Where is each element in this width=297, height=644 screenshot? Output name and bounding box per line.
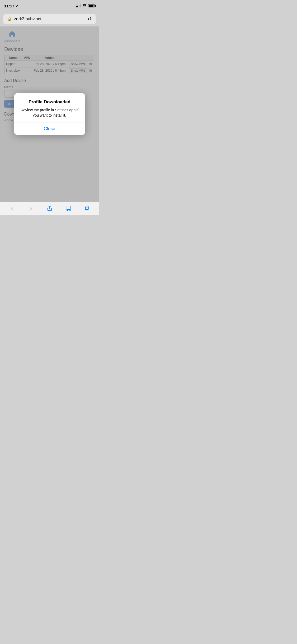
battery-fill <box>89 5 93 7</box>
clock: 11:17 <box>4 4 14 8</box>
back-icon <box>9 205 15 211</box>
status-time: 11:17 ↗ <box>4 4 18 8</box>
tabs-icon <box>84 205 90 211</box>
status-right-icons <box>76 4 95 8</box>
tabs-button[interactable] <box>81 203 93 214</box>
status-bar: 11:17 ↗ <box>0 0 99 12</box>
modal-close-button[interactable]: Close <box>14 122 85 135</box>
modal-dialog: Profile Downloaded Review the profile in… <box>14 93 85 135</box>
web-content: Dashboard Devices Name VPN Added flipper <box>0 26 99 202</box>
modal-message: Review the profile in Settings app if yo… <box>19 107 80 118</box>
url-bar[interactable]: 🔒 zork2.bubv.net ↺ <box>3 14 96 24</box>
modal-overlay: Profile Downloaded Review the profile in… <box>0 26 99 202</box>
forward-icon <box>28 205 34 211</box>
battery-icon <box>88 4 95 7</box>
modal-actions: Close <box>14 122 85 135</box>
location-icon: ↗ <box>16 4 18 8</box>
lock-icon: 🔒 <box>7 17 12 21</box>
url-text[interactable]: zork2.bubv.net <box>14 17 41 21</box>
svg-point-0 <box>84 7 85 7</box>
share-icon <box>47 205 53 211</box>
back-button[interactable] <box>6 203 18 214</box>
safari-toolbar <box>0 202 99 215</box>
signal-icon <box>76 4 81 7</box>
share-button[interactable] <box>44 203 55 214</box>
url-bar-container: 🔒 zork2.bubv.net ↺ <box>0 12 99 26</box>
forward-button[interactable] <box>25 203 37 214</box>
refresh-icon[interactable]: ↺ <box>88 16 92 22</box>
wifi-icon <box>82 4 87 8</box>
bookmarks-button[interactable] <box>63 203 74 214</box>
modal-body: Profile Downloaded Review the profile in… <box>14 93 85 122</box>
modal-title: Profile Downloaded <box>19 99 80 105</box>
bookmarks-icon <box>65 205 71 211</box>
